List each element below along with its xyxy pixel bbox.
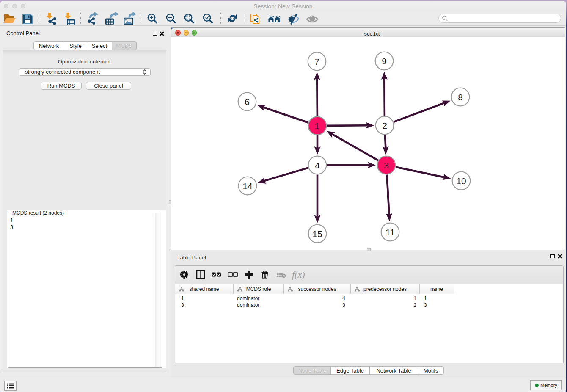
svg-text:4: 4 — [315, 160, 320, 170]
svg-text:3: 3 — [384, 160, 389, 170]
svg-text:6: 6 — [245, 97, 250, 107]
svg-text:14: 14 — [242, 181, 253, 191]
svg-text:f(x): f(x) — [292, 269, 305, 280]
svg-text:9: 9 — [382, 56, 387, 66]
svg-text:15: 15 — [312, 229, 322, 239]
svg-text:8: 8 — [458, 92, 463, 102]
svg-text:2: 2 — [382, 121, 387, 130]
svg-text:1: 1 — [314, 121, 319, 131]
svg-text:10: 10 — [456, 176, 466, 186]
svg-text:11: 11 — [385, 227, 395, 237]
svg-text:7: 7 — [314, 57, 319, 66]
